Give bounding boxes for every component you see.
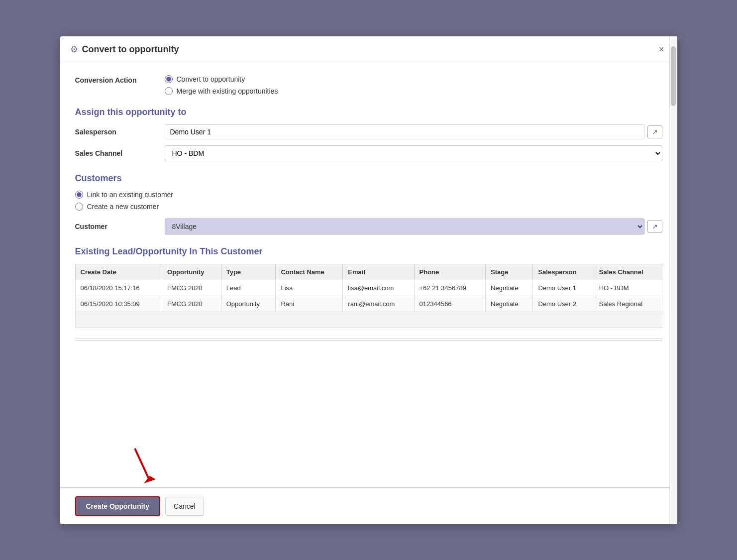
cell-contact-name-1: Lisa (276, 280, 343, 296)
salesperson-input-wrap: ↗ (165, 124, 662, 139)
table-empty-row (75, 312, 662, 328)
cell-type-2: Opportunity (221, 296, 276, 312)
modal-footer: Create Opportunity Cancel (60, 487, 677, 524)
scrollbar[interactable] (669, 36, 677, 524)
cell-sales-channel-1: HO - BDM (594, 280, 662, 296)
customer-input-wrap: 8Village ↗ (165, 219, 662, 234)
customers-section-heading: Customers (75, 173, 662, 184)
col-email: Email (343, 264, 414, 280)
merge-with-existing-radio[interactable] (165, 87, 173, 95)
cell-create-date-2: 06/15/2020 10:35:09 (75, 296, 162, 312)
create-new-customer-option[interactable]: Create a new customer (75, 203, 662, 211)
cell-phone-2: 012344566 (414, 296, 486, 312)
cell-salesperson-1: Demo User 1 (533, 280, 594, 296)
salesperson-external-link-button[interactable]: ↗ (647, 125, 662, 138)
assign-section-heading: Assign this opportunity to (75, 107, 662, 117)
table-body: 06/18/2020 15:17:16 FMCG 2020 Lead Lisa … (75, 280, 662, 328)
modal-overlay: ⚙ Convert to opportunity × Conversion Ac… (0, 0, 737, 560)
sales-channel-select[interactable]: HO - BDM Sales Regional (165, 145, 662, 161)
cell-sales-channel-2: Sales Regional (594, 296, 662, 312)
modal-header-left: ⚙ Convert to opportunity (70, 44, 179, 55)
col-opportunity: Opportunity (162, 264, 221, 280)
salesperson-label: Salesperson (75, 128, 165, 136)
link-existing-customer-radio[interactable] (75, 191, 83, 199)
col-contact-name: Contact Name (276, 264, 343, 280)
convert-to-opportunity-label: Convert to opportunity (177, 75, 245, 83)
customer-external-link-button[interactable]: ↗ (647, 220, 662, 233)
conversion-action-row: Conversion Action Convert to opportunity… (75, 75, 662, 95)
scrollbar-thumb[interactable] (671, 46, 676, 106)
cell-stage-1: Negotiate (486, 280, 533, 296)
merge-with-existing-option[interactable]: Merge with existing opportunities (165, 87, 278, 95)
create-opportunity-button[interactable]: Create Opportunity (75, 496, 161, 516)
customer-label: Customer (75, 223, 165, 230)
existing-leads-heading: Existing Lead/Opportunity In This Custom… (75, 246, 662, 257)
existing-leads-section: Existing Lead/Opportunity In This Custom… (75, 246, 662, 328)
salesperson-row: Salesperson ↗ (75, 124, 662, 139)
convert-to-opportunity-option[interactable]: Convert to opportunity (165, 75, 278, 83)
col-type: Type (221, 264, 276, 280)
cell-phone-1: +62 21 3456789 (414, 280, 486, 296)
existing-leads-table: Create Date Opportunity Type Contact Nam… (75, 264, 662, 328)
cell-salesperson-2: Demo User 2 (533, 296, 594, 312)
col-create-date: Create Date (75, 264, 162, 280)
link-existing-customer-option[interactable]: Link to an existing customer (75, 191, 662, 199)
table-row: 06/15/2020 10:35:09 FMCG 2020 Opportunit… (75, 296, 662, 312)
customer-row: Customer 8Village ↗ (75, 219, 662, 234)
cell-email-2: rani@email.com (343, 296, 414, 312)
empty-cell (75, 312, 662, 328)
cell-email-1: lisa@email.com (343, 280, 414, 296)
merge-with-existing-label: Merge with existing opportunities (177, 87, 278, 95)
link-existing-customer-label: Link to an existing customer (87, 191, 174, 199)
divider-2 (75, 340, 662, 341)
modal-title: Convert to opportunity (82, 44, 179, 55)
cell-create-date-1: 06/18/2020 15:17:16 (75, 280, 162, 296)
cell-contact-name-2: Rani (276, 296, 343, 312)
sales-channel-row: Sales Channel HO - BDM Sales Regional (75, 145, 662, 161)
sales-channel-label: Sales Channel (75, 149, 165, 157)
modal-header: ⚙ Convert to opportunity × (60, 36, 677, 63)
col-phone: Phone (414, 264, 486, 280)
modal-body: Conversion Action Convert to opportunity… (60, 63, 677, 487)
divider-1 (75, 338, 662, 338)
modal-close-button[interactable]: × (656, 43, 667, 56)
col-stage: Stage (486, 264, 533, 280)
customer-select[interactable]: 8Village (165, 219, 644, 234)
convert-to-opportunity-radio[interactable] (165, 75, 173, 83)
cell-opportunity-1: FMCG 2020 (162, 280, 221, 296)
create-new-customer-radio[interactable] (75, 203, 83, 211)
col-salesperson: Salesperson (533, 264, 594, 280)
table-header: Create Date Opportunity Type Contact Nam… (75, 264, 662, 280)
create-new-customer-label: Create a new customer (87, 203, 159, 211)
table-row: 06/18/2020 15:17:16 FMCG 2020 Lead Lisa … (75, 280, 662, 296)
conversion-action-label: Conversion Action (75, 75, 165, 84)
modal-settings-icon: ⚙ (70, 44, 78, 55)
col-sales-channel: Sales Channel (594, 264, 662, 280)
sales-channel-input-wrap: HO - BDM Sales Regional (165, 145, 662, 161)
salesperson-input[interactable] (165, 124, 644, 139)
cell-opportunity-2: FMCG 2020 (162, 296, 221, 312)
customers-radio-group: Link to an existing customer Create a ne… (75, 191, 662, 211)
cancel-button[interactable]: Cancel (165, 497, 204, 516)
conversion-action-radio-group: Convert to opportunity Merge with existi… (165, 75, 278, 95)
modal-dialog: ⚙ Convert to opportunity × Conversion Ac… (60, 36, 677, 524)
table-header-row: Create Date Opportunity Type Contact Nam… (75, 264, 662, 280)
cell-type-1: Lead (221, 280, 276, 296)
cell-stage-2: Negotiate (486, 296, 533, 312)
